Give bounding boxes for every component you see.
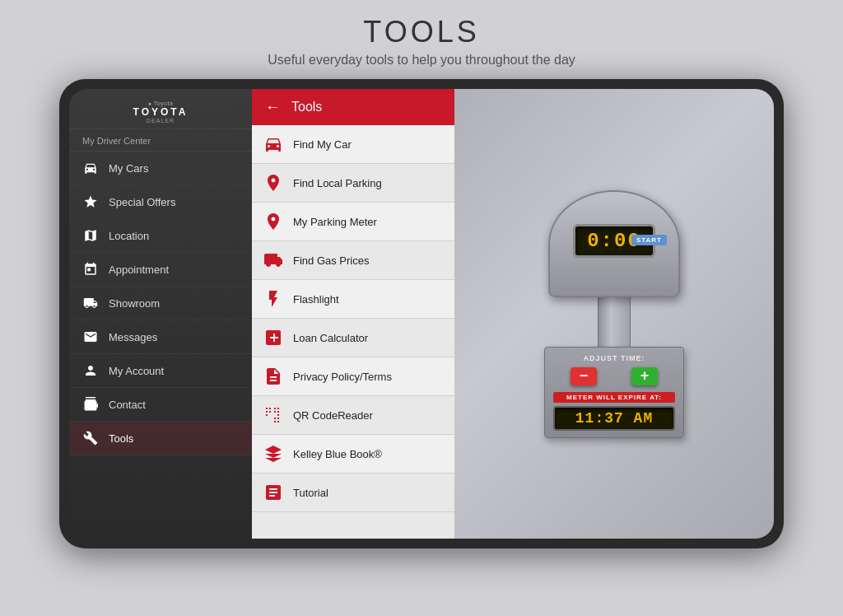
tool-item-loan-calculator[interactable]: Loan Calculator xyxy=(252,319,454,357)
meter-plus-button[interactable]: + xyxy=(631,367,658,385)
sidebar-label-messages: Messages xyxy=(109,331,157,343)
tool-label-tutorial: Tutorial xyxy=(293,487,328,499)
sidebar-label-contact: Contact xyxy=(109,399,146,411)
sidebar: ● Toyota TOYOTA DEALER My Driver Center … xyxy=(69,89,252,539)
meter-adjust-label: ADJUST TIME: xyxy=(553,354,675,362)
tools-header: ← Tools xyxy=(252,89,454,125)
meter-icon xyxy=(262,210,285,233)
contact-icon xyxy=(82,396,99,413)
sidebar-item-messages[interactable]: Messages xyxy=(69,320,252,354)
meter-start-button[interactable]: START xyxy=(631,235,667,245)
sidebar-item-tools[interactable]: Tools xyxy=(69,422,252,455)
tool-label-find-my-car: Find My Car xyxy=(293,138,352,151)
sidebar-label-tools: Tools xyxy=(109,432,133,445)
meter-expire-label: METER WILL EXPIRE AT: xyxy=(553,392,675,403)
meter-buttons: − + xyxy=(553,367,675,385)
map-icon xyxy=(82,227,99,244)
sidebar-logo: ● Toyota TOYOTA DEALER xyxy=(69,89,252,129)
tools-panel: ← Tools Find My Car Find Local Parking xyxy=(252,89,454,539)
tool-item-tutorial[interactable]: Tutorial xyxy=(252,474,454,512)
tool-label-flashlight: Flashlight xyxy=(293,293,339,306)
qr-icon xyxy=(262,404,285,427)
tool-item-find-gas-prices[interactable]: Find Gas Prices xyxy=(252,241,454,280)
tool-label-loan-calculator: Loan Calculator xyxy=(293,332,368,344)
tools-list: Find My Car Find Local Parking My Parkin… xyxy=(252,125,454,539)
page-subtitle: Useful everyday tools to help you throug… xyxy=(0,53,843,68)
sidebar-label-special-offers: Special Offers xyxy=(109,196,175,208)
car-search-icon xyxy=(262,133,285,156)
privacy-icon xyxy=(262,365,285,388)
tablet-inner: ● Toyota TOYOTA DEALER My Driver Center … xyxy=(69,89,774,539)
sidebar-item-showroom[interactable]: Showroom xyxy=(69,287,252,320)
logo-sub2: DEALER xyxy=(69,118,252,124)
meter-expire-display: 11:37 AM xyxy=(553,406,675,431)
sidebar-item-location[interactable]: Location xyxy=(69,219,252,253)
gas-icon xyxy=(262,249,285,272)
tool-item-find-my-car[interactable]: Find My Car xyxy=(252,125,454,164)
sidebar-item-special-offers[interactable]: Special Offers xyxy=(69,185,252,219)
driver-center-label: My Driver Center xyxy=(69,129,252,152)
back-button[interactable]: ← xyxy=(265,99,280,116)
sidebar-label-my-cars: My Cars xyxy=(109,162,148,175)
car-icon xyxy=(82,160,99,176)
tool-item-kelley-blue-book[interactable]: Kelley Blue Book® xyxy=(252,435,454,474)
sidebar-item-my-account[interactable]: My Account xyxy=(69,354,252,388)
parking-icon xyxy=(262,171,285,194)
tools-icon xyxy=(82,430,99,446)
meter-neck xyxy=(598,297,631,347)
tutorial-icon xyxy=(262,481,285,504)
tool-label-kelley-blue-book: Kelley Blue Book® xyxy=(293,448,382,460)
sidebar-label-my-account: My Account xyxy=(109,365,164,377)
star-icon xyxy=(82,194,99,210)
tool-label-qr-code-reader: QR CodeReader xyxy=(293,409,373,422)
page-header: TOOLS Useful everyday tools to help you … xyxy=(0,0,843,79)
sidebar-item-appointment[interactable]: Appointment xyxy=(69,253,252,287)
meter-head: 0:00 START xyxy=(548,190,680,297)
sidebar-label-showroom: Showroom xyxy=(109,297,160,310)
logo-brand: TOYOTA xyxy=(69,106,252,118)
showroom-icon xyxy=(82,295,99,311)
meter-base: ADJUST TIME: − + METER WILL EXPIRE AT: 1… xyxy=(544,347,684,438)
tool-item-find-local-parking[interactable]: Find Local Parking xyxy=(252,164,454,203)
meter-minus-button[interactable]: − xyxy=(571,367,597,385)
kbb-icon xyxy=(262,442,285,465)
meter-body: 0:00 START ADJUST TIME: − + METER WILL E… xyxy=(540,190,688,438)
tool-item-qr-code-reader[interactable]: QR CodeReader xyxy=(252,396,454,435)
sidebar-item-my-cars[interactable]: My Cars xyxy=(69,152,252,185)
sidebar-item-contact[interactable]: Contact xyxy=(69,388,252,422)
sidebar-label-location: Location xyxy=(109,230,149,242)
person-icon xyxy=(82,362,99,379)
tool-item-my-parking-meter[interactable]: My Parking Meter xyxy=(252,203,454,241)
tool-label-privacy-policy: Privacy Policy/Terms xyxy=(293,371,392,383)
logo-subtext: ● Toyota xyxy=(69,100,252,106)
tablet-frame: ● Toyota TOYOTA DEALER My Driver Center … xyxy=(59,79,784,548)
calculator-icon xyxy=(262,326,285,349)
mail-icon xyxy=(82,329,99,345)
tool-label-my-parking-meter: My Parking Meter xyxy=(293,216,377,228)
flashlight-icon xyxy=(262,287,285,310)
tool-item-flashlight[interactable]: Flashlight xyxy=(252,280,454,319)
tool-label-find-local-parking: Find Local Parking xyxy=(293,177,382,189)
page-title: TOOLS xyxy=(0,15,843,49)
tool-label-find-gas-prices: Find Gas Prices xyxy=(293,254,369,267)
tool-item-privacy-policy[interactable]: Privacy Policy/Terms xyxy=(252,357,454,396)
sidebar-nav: My Cars Special Offers Location xyxy=(69,152,252,539)
tools-title: Tools xyxy=(291,100,322,114)
parking-meter: 0:00 START ADJUST TIME: − + METER WILL E… xyxy=(515,190,713,438)
sidebar-label-appointment: Appointment xyxy=(109,264,169,276)
calendar-icon xyxy=(82,261,99,278)
meter-area: 0:00 START ADJUST TIME: − + METER WILL E… xyxy=(454,89,774,539)
